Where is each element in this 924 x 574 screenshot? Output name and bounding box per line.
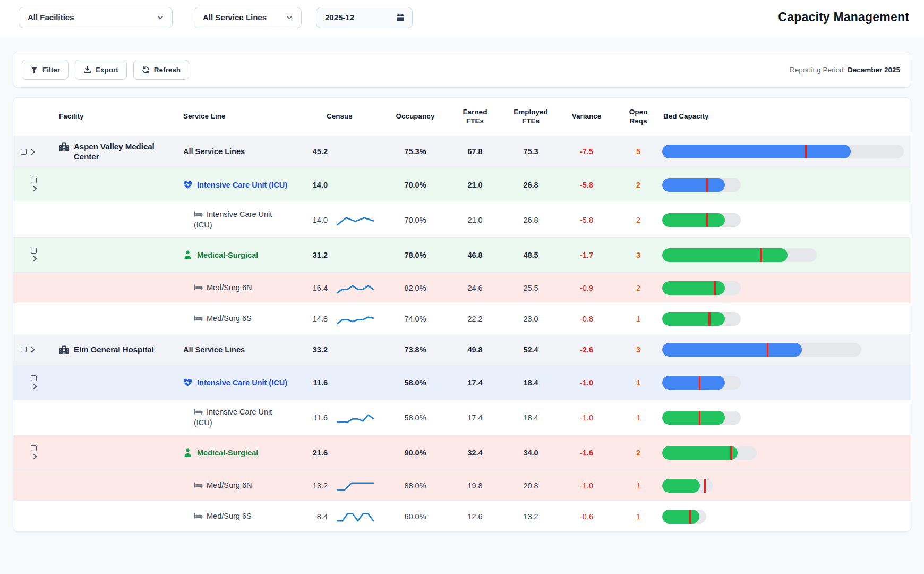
service-line-label: All Service Lines <box>183 345 245 354</box>
service-lines-select-value: All Service Lines <box>203 13 267 22</box>
export-button[interactable]: Export <box>75 60 127 80</box>
month-picker-value: 2025-12 <box>325 13 354 22</box>
earned-ftes-value: 32.4 <box>447 449 503 457</box>
checkbox-icon[interactable] <box>31 445 37 451</box>
variance-value: -5.8 <box>559 181 614 189</box>
expand-service-line-toggle[interactable] <box>13 375 45 390</box>
facility-name: Aspen Valley Medical Center <box>74 141 158 162</box>
chevron-down-icon <box>156 13 165 22</box>
occupancy-value: 75.3% <box>383 147 447 156</box>
refresh-button[interactable]: Refresh <box>133 60 189 80</box>
table-row-unit: Med/Surg 6N 16.4 82.0% 24.6 25.5 -0.9 2 <box>13 272 911 303</box>
bed-icon <box>194 315 203 322</box>
employed-ftes-value: 13.2 <box>503 512 559 521</box>
chevron-right-icon[interactable] <box>31 184 39 192</box>
col-header-open-reqs: Open Reqs <box>614 108 662 126</box>
table-header-row: Facility Service Line Census Occupancy E… <box>13 98 911 136</box>
capacity-marker <box>689 510 691 524</box>
heart-pulse-icon <box>183 180 192 189</box>
checkbox-icon[interactable] <box>31 248 37 254</box>
table-row-unit: Intensive Care Unit (ICU) 11.6 58.0% 17.… <box>13 400 911 435</box>
bed-capacity-bar <box>662 479 713 493</box>
employed-ftes-value: 52.4 <box>503 345 559 354</box>
employed-ftes-value: 20.8 <box>503 482 559 490</box>
open-reqs-value: 1 <box>614 512 662 521</box>
open-reqs-value: 1 <box>614 482 662 490</box>
bed-capacity-bar <box>662 145 904 158</box>
capacity-marker <box>767 343 769 357</box>
calendar-icon <box>396 13 405 22</box>
earned-ftes-value: 12.6 <box>447 512 503 521</box>
capacity-table: Facility Service Line Census Occupancy E… <box>13 97 911 532</box>
table-row-unit: Med/Surg 6S 8.4 60.0% 12.6 13.2 -0.6 1 <box>13 501 911 531</box>
capacity-marker <box>760 248 762 262</box>
table-row-facility: Aspen Valley Medical Center All Service … <box>13 136 911 167</box>
col-header-facility: Facility <box>45 112 163 121</box>
earned-ftes-value: 21.0 <box>447 216 503 224</box>
variance-value: -1.6 <box>559 449 614 457</box>
open-reqs-value: 3 <box>614 345 662 354</box>
occupancy-value: 78.0% <box>383 251 447 259</box>
bed-capacity-bar <box>662 411 741 425</box>
open-reqs-value: 3 <box>614 251 662 259</box>
col-header-earned-ftes: Earned FTEs <box>447 108 503 126</box>
chevron-right-icon[interactable] <box>29 148 37 156</box>
census-value: 33.2 <box>296 345 333 354</box>
occupancy-value: 58.0% <box>383 413 447 422</box>
checkbox-icon[interactable] <box>21 347 27 352</box>
occupancy-value: 70.0% <box>383 181 447 189</box>
checkbox-icon[interactable] <box>31 178 37 183</box>
bed-icon <box>194 284 203 291</box>
occupancy-value: 88.0% <box>383 482 447 490</box>
expand-service-line-toggle[interactable] <box>13 445 45 460</box>
expand-service-line-toggle[interactable] <box>13 178 45 192</box>
unit-name: Intensive Care Unit (ICU) <box>194 210 272 229</box>
chevron-right-icon[interactable] <box>31 255 39 263</box>
bed-capacity-bar <box>662 446 757 460</box>
col-header-occupancy: Occupancy <box>383 112 447 121</box>
service-line-name: Medical-Surgical <box>197 251 258 259</box>
bed-capacity-bar <box>662 312 741 326</box>
chevron-right-icon[interactable] <box>31 382 39 390</box>
hospital-building-icon <box>59 142 69 152</box>
chevron-down-icon <box>285 13 294 22</box>
occupancy-value: 58.0% <box>383 378 447 387</box>
census-value: 13.2 <box>296 482 333 490</box>
facilities-select[interactable]: All Facilities <box>19 7 173 28</box>
bed-capacity-bar <box>662 178 741 192</box>
census-trend-sparkline <box>336 479 374 493</box>
capacity-marker <box>699 411 701 425</box>
unit-name: Med/Surg 6S <box>207 512 252 520</box>
census-value: 45.2 <box>296 147 333 156</box>
variance-value: -0.6 <box>559 512 614 521</box>
chevron-right-icon[interactable] <box>29 345 37 353</box>
occupancy-value: 82.0% <box>383 284 447 292</box>
capacity-marker <box>706 213 708 227</box>
service-line-name: Intensive Care Unit (ICU) <box>197 378 287 387</box>
expand-facility-toggle[interactable] <box>13 345 45 353</box>
employed-ftes-value: 23.0 <box>503 315 559 323</box>
employed-ftes-value: 26.8 <box>503 216 559 224</box>
topbar: All Facilities All Service Lines 2025-12… <box>0 0 924 35</box>
facility-name: Elm General Hospital <box>74 344 154 355</box>
census-value: 21.6 <box>296 449 333 457</box>
checkbox-icon[interactable] <box>31 375 37 381</box>
employed-ftes-value: 25.5 <box>503 284 559 292</box>
nurse-person-icon <box>183 448 192 457</box>
employed-ftes-value: 34.0 <box>503 449 559 457</box>
toolbar: Filter Export Refresh Reporting Period: … <box>13 52 911 88</box>
unit-name: Intensive Care Unit (ICU) <box>194 408 272 427</box>
chevron-right-icon[interactable] <box>31 452 39 460</box>
checkbox-icon[interactable] <box>21 149 27 155</box>
expand-facility-toggle[interactable] <box>13 148 45 156</box>
filter-button[interactable]: Filter <box>22 60 69 80</box>
expand-service-line-toggle[interactable] <box>13 248 45 263</box>
census-trend-sparkline <box>336 411 374 425</box>
unit-name: Med/Surg 6N <box>207 283 252 292</box>
earned-ftes-value: 49.8 <box>447 345 503 354</box>
month-picker[interactable]: 2025-12 <box>316 7 413 28</box>
employed-ftes-value: 26.8 <box>503 181 559 189</box>
download-icon <box>83 66 91 74</box>
service-lines-select[interactable]: All Service Lines <box>194 7 302 28</box>
bed-capacity-bar <box>662 376 741 390</box>
